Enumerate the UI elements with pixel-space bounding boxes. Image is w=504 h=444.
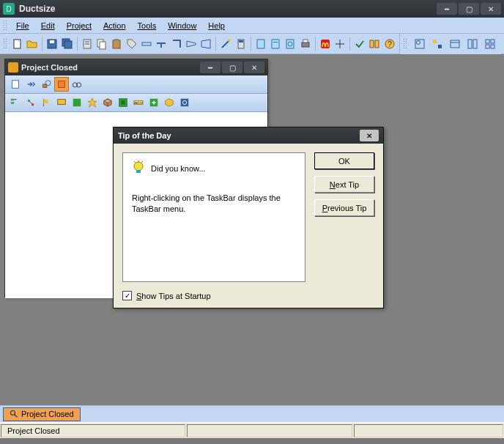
check-icon[interactable] (353, 36, 366, 52)
menubar: File Edit Project Action Tools Window He… (0, 18, 504, 34)
separator (42, 37, 42, 51)
transition-icon[interactable] (199, 36, 212, 52)
svg-point-32 (416, 40, 420, 44)
magnify-icon (10, 410, 18, 418)
maximize-button[interactable]: ▢ (459, 3, 479, 15)
svg-point-65 (134, 162, 143, 171)
svg-marker-14 (201, 40, 210, 48)
ct-greenarrow-icon[interactable] (147, 95, 161, 110)
child-minimize-button[interactable]: ━ (200, 62, 220, 73)
zoom-fit-icon[interactable] (412, 36, 428, 52)
ct-system-icon[interactable] (54, 77, 69, 92)
close-button[interactable]: ✕ (481, 3, 501, 15)
ct-target-icon[interactable] (177, 95, 192, 110)
ct-flag-icon[interactable] (39, 95, 53, 110)
svg-rect-10 (100, 42, 105, 49)
mcdonalds-icon[interactable] (319, 36, 332, 52)
ct-tree-icon[interactable] (8, 95, 23, 110)
menu-help[interactable]: Help (202, 20, 231, 32)
report3-icon[interactable] (284, 36, 297, 52)
child-window-controls: ━ ▢ ✕ (200, 62, 264, 73)
ct-box-icon[interactable] (100, 95, 115, 110)
minimize-button[interactable]: ━ (437, 3, 457, 15)
svg-rect-66 (136, 170, 141, 173)
ct-3d-icon[interactable] (162, 95, 177, 110)
menu-window[interactable]: Window (162, 20, 202, 32)
svg-rect-42 (491, 45, 494, 48)
grip-icon (3, 20, 7, 32)
ct-sheet-icon[interactable] (8, 77, 23, 92)
svg-rect-33 (433, 40, 437, 43)
copy-icon[interactable] (95, 36, 108, 52)
ct-label-icon[interactable]: ABCD (131, 95, 146, 110)
svg-rect-18 (239, 40, 243, 42)
duct-icon[interactable] (140, 36, 153, 52)
tile-icon[interactable] (482, 36, 498, 52)
tip-foot: ✓ Show Tips at Startup (114, 291, 383, 308)
project-title: Project Closed (21, 63, 200, 72)
open-file-icon[interactable] (26, 36, 39, 52)
menu-action[interactable]: Action (97, 20, 132, 32)
new-file-icon[interactable] (11, 36, 24, 52)
layout-icon[interactable] (464, 36, 481, 52)
taskbar[interactable]: Project Closed (0, 405, 504, 422)
save-icon[interactable] (45, 36, 59, 52)
window-list-icon[interactable] (447, 36, 463, 52)
show-tips-checkbox[interactable]: ✓ (122, 291, 132, 300)
ct-green2-icon[interactable] (116, 95, 130, 110)
separator (349, 37, 350, 51)
book-icon[interactable] (368, 36, 381, 52)
svg-rect-13 (142, 42, 151, 45)
save-all-icon[interactable] (61, 36, 74, 52)
help-icon[interactable]: ? (383, 36, 396, 52)
toolbar-group-right (399, 34, 501, 54)
report2-icon[interactable] (269, 36, 282, 52)
menu-edit[interactable]: Edit (35, 20, 61, 32)
menu-file[interactable]: File (10, 20, 35, 32)
tip-close-button[interactable]: ✕ (360, 130, 379, 141)
calc-icon[interactable] (234, 36, 247, 52)
tip-dialog: Tip of the Day ✕ Did you know... Right-c… (113, 127, 384, 308)
tip-title: Tip of the Day (118, 131, 360, 140)
paste-icon[interactable] (110, 36, 123, 52)
ct-binoculars-icon[interactable] (70, 77, 84, 92)
previous-tip-button[interactable]: Previous Tip (314, 199, 374, 216)
child-maximize-button[interactable]: ▢ (222, 62, 242, 73)
print-icon[interactable] (298, 36, 311, 52)
ct-link-icon[interactable] (23, 95, 38, 110)
tag-icon[interactable] (125, 36, 138, 52)
svg-rect-20 (272, 40, 279, 48)
grip-icon (3, 38, 7, 50)
svg-rect-19 (257, 40, 264, 48)
menu-project[interactable]: Project (61, 20, 97, 32)
child-close-button[interactable]: ✕ (244, 62, 264, 73)
report1-icon[interactable] (254, 36, 267, 52)
svg-rect-43 (12, 81, 19, 89)
menu-tools[interactable]: Tools (132, 20, 163, 32)
svg-rect-35 (451, 40, 459, 48)
crosshair-icon[interactable] (333, 36, 346, 52)
ct-display-icon[interactable] (54, 95, 69, 110)
app-icon: D (3, 3, 15, 15)
tip-head: Did you know... (132, 160, 296, 177)
nav-icon[interactable] (429, 36, 445, 52)
ct-forward-icon[interactable] (23, 77, 38, 92)
next-tip-button[interactable]: Next Tip (314, 176, 374, 193)
svg-line-54 (29, 101, 32, 104)
ok-button[interactable]: OK (314, 152, 374, 169)
svg-line-15 (222, 40, 229, 48)
svg-rect-37 (468, 40, 472, 48)
svg-point-45 (45, 81, 51, 86)
tip-panel: Did you know... Right-clicking on the Ta… (122, 152, 305, 282)
ct-green-icon[interactable] (70, 95, 84, 110)
reducer-icon[interactable] (185, 36, 198, 52)
svg-rect-40 (491, 40, 494, 43)
wand-icon[interactable] (219, 36, 232, 52)
taskbar-project-button[interactable]: Project Closed (3, 407, 81, 421)
ct-fan-icon[interactable] (39, 77, 53, 92)
ct-star-icon[interactable] (85, 95, 100, 110)
notes-icon[interactable] (81, 36, 94, 52)
duct-tee-icon[interactable] (155, 36, 168, 52)
elbow-icon[interactable] (169, 36, 182, 52)
svg-rect-34 (438, 45, 442, 48)
